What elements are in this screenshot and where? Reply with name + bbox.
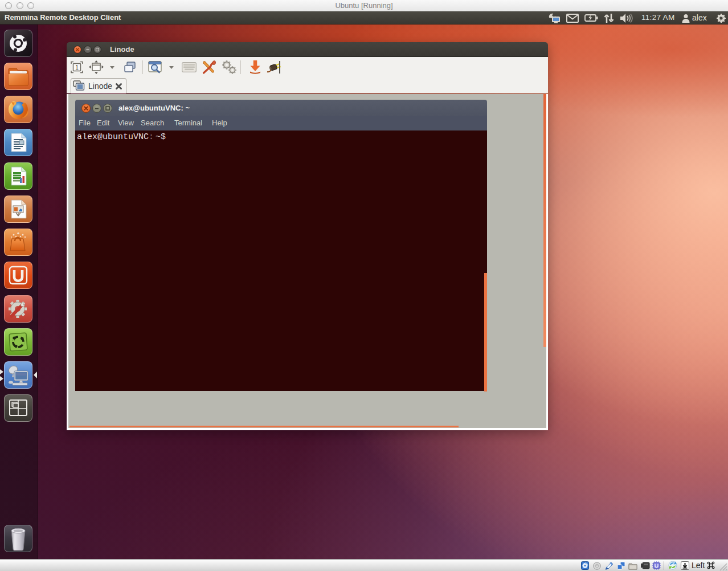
svg-text:1: 1 <box>75 64 79 71</box>
